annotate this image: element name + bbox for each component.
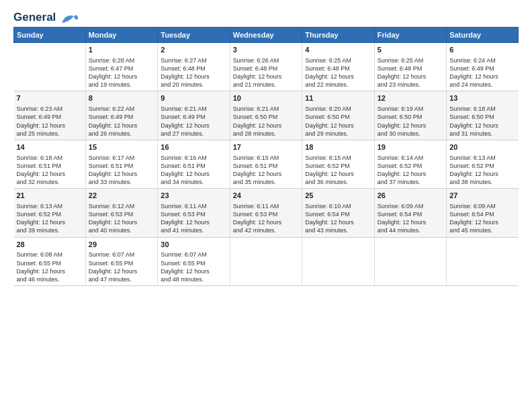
day-number: 22 <box>89 191 154 201</box>
cell-text-line: Sunset: 6:50 PM <box>449 113 515 121</box>
cell-text-line: Sunrise: 6:11 AM <box>161 202 226 210</box>
cell-text-line: Daylight: 12 hours <box>89 267 154 275</box>
cell-text-line: and 19 minutes. <box>89 81 154 89</box>
cell-text-line: Daylight: 12 hours <box>305 122 371 130</box>
day-number: 24 <box>233 191 299 201</box>
day-number: 10 <box>233 93 299 103</box>
header-day-friday: Friday <box>374 28 446 43</box>
calendar-cell: 6Sunrise: 6:24 AMSunset: 6:49 PMDaylight… <box>447 43 519 91</box>
cell-text-line: Sunrise: 6:27 AM <box>161 56 226 64</box>
cell-text-line: Sunset: 6:48 PM <box>233 64 299 73</box>
day-number: 19 <box>378 142 443 152</box>
cell-text-line: Daylight: 12 hours <box>17 218 83 226</box>
cell-text-line: and 44 minutes. <box>378 226 443 234</box>
day-number: 4 <box>305 45 371 55</box>
cell-text-line: Sunset: 6:51 PM <box>17 162 83 170</box>
cell-text-line: Daylight: 12 hours <box>17 170 83 178</box>
day-number: 2 <box>161 45 226 55</box>
cell-text-line: Sunset: 6:51 PM <box>161 162 226 170</box>
logo: General <box>13 11 79 21</box>
cell-text-line: and 47 minutes. <box>89 275 154 283</box>
calendar-cell: 20Sunrise: 6:13 AMSunset: 6:52 PMDayligh… <box>447 140 519 188</box>
day-number: 8 <box>89 93 154 103</box>
cell-text-line: Daylight: 12 hours <box>161 122 226 130</box>
week-row-5: 28Sunrise: 6:08 AMSunset: 6:55 PMDayligh… <box>14 237 519 285</box>
cell-text-line: and 23 minutes. <box>378 81 443 89</box>
calendar-table: SundayMondayTuesdayWednesdayThursdayFrid… <box>13 27 519 286</box>
header: General <box>13 11 519 21</box>
cell-text-line: Sunset: 6:50 PM <box>378 113 443 121</box>
cell-text-line: and 42 minutes. <box>233 226 299 234</box>
cell-text-line: Sunrise: 6:15 AM <box>233 154 299 162</box>
day-number: 27 <box>449 191 515 201</box>
page: General SundayMondayTuesdayWednesdayThur… <box>0 0 532 411</box>
cell-text-line: Sunrise: 6:19 AM <box>378 105 443 113</box>
cell-text-line: Daylight: 12 hours <box>89 170 154 178</box>
calendar-body: 1Sunrise: 6:28 AMSunset: 6:47 PMDaylight… <box>14 43 519 286</box>
cell-text-line: Sunset: 6:52 PM <box>449 162 515 170</box>
cell-text-line: and 36 minutes. <box>305 178 371 186</box>
cell-text-line: Daylight: 12 hours <box>17 267 83 275</box>
day-number: 5 <box>378 45 443 55</box>
cell-text-line: Sunrise: 6:25 AM <box>305 56 371 64</box>
day-number: 9 <box>161 93 226 103</box>
day-number: 6 <box>449 45 515 55</box>
cell-text-line: Daylight: 12 hours <box>378 73 443 81</box>
cell-text-line: and 38 minutes. <box>449 178 515 186</box>
calendar-cell: 23Sunrise: 6:11 AMSunset: 6:53 PMDayligh… <box>158 189 230 237</box>
cell-text-line: Sunrise: 6:21 AM <box>161 105 226 113</box>
cell-text-line: Daylight: 12 hours <box>161 267 226 275</box>
cell-text-line: Sunset: 6:48 PM <box>305 64 371 73</box>
cell-text-line: Sunrise: 6:25 AM <box>378 56 443 64</box>
cell-text-line: and 22 minutes. <box>305 81 371 89</box>
day-number: 23 <box>161 191 226 201</box>
cell-text-line: and 37 minutes. <box>378 178 443 186</box>
cell-text-line: and 24 minutes. <box>449 81 515 89</box>
cell-text-line: Sunset: 6:53 PM <box>89 210 154 218</box>
header-day-saturday: Saturday <box>447 28 519 43</box>
calendar-cell: 12Sunrise: 6:19 AMSunset: 6:50 PMDayligh… <box>374 91 446 140</box>
cell-text-line: Daylight: 12 hours <box>161 218 226 226</box>
cell-text-line: Sunset: 6:53 PM <box>161 210 226 218</box>
cell-text-line: and 40 minutes. <box>89 226 154 234</box>
day-number: 1 <box>89 45 154 55</box>
cell-text-line: Daylight: 12 hours <box>449 218 515 226</box>
calendar-cell: 8Sunrise: 6:22 AMSunset: 6:49 PMDaylight… <box>85 91 157 140</box>
cell-text-line: Sunrise: 6:22 AM <box>89 105 154 113</box>
cell-text-line: Daylight: 12 hours <box>233 73 299 81</box>
calendar-cell: 22Sunrise: 6:12 AMSunset: 6:53 PMDayligh… <box>85 189 157 237</box>
week-row-2: 7Sunrise: 6:23 AMSunset: 6:49 PMDaylight… <box>14 91 519 140</box>
cell-text-line: Sunset: 6:52 PM <box>305 162 371 170</box>
calendar-cell: 21Sunrise: 6:13 AMSunset: 6:52 PMDayligh… <box>14 189 86 237</box>
cell-text-line: Daylight: 12 hours <box>89 218 154 226</box>
cell-text-line: Daylight: 12 hours <box>449 73 515 81</box>
calendar-cell: 3Sunrise: 6:26 AMSunset: 6:48 PMDaylight… <box>230 43 302 91</box>
cell-text-line: Sunset: 6:55 PM <box>161 259 226 267</box>
calendar-cell: 28Sunrise: 6:08 AMSunset: 6:55 PMDayligh… <box>14 237 86 285</box>
cell-text-line: Sunrise: 6:13 AM <box>17 202 83 210</box>
cell-text-line: and 41 minutes. <box>161 226 226 234</box>
day-number: 25 <box>305 191 371 201</box>
calendar-cell: 27Sunrise: 6:09 AMSunset: 6:54 PMDayligh… <box>447 189 519 237</box>
calendar-cell: 14Sunrise: 6:18 AMSunset: 6:51 PMDayligh… <box>14 140 86 188</box>
day-number: 3 <box>233 45 299 55</box>
cell-text-line: Sunset: 6:49 PM <box>449 64 515 73</box>
calendar-cell: 7Sunrise: 6:23 AMSunset: 6:49 PMDaylight… <box>14 91 86 140</box>
cell-text-line: Sunrise: 6:21 AM <box>233 105 299 113</box>
cell-text-line: Daylight: 12 hours <box>161 170 226 178</box>
week-row-1: 1Sunrise: 6:28 AMSunset: 6:47 PMDaylight… <box>14 43 519 91</box>
cell-text-line: and 30 minutes. <box>378 130 443 138</box>
cell-text-line: and 39 minutes. <box>17 226 83 234</box>
header-day-sunday: Sunday <box>14 28 86 43</box>
cell-text-line: Sunset: 6:55 PM <box>89 259 154 267</box>
cell-text-line: Sunset: 6:53 PM <box>233 210 299 218</box>
day-number: 28 <box>17 240 83 250</box>
cell-text-line: Sunrise: 6:20 AM <box>305 105 371 113</box>
cell-text-line: Daylight: 12 hours <box>378 218 443 226</box>
cell-text-line: and 46 minutes. <box>17 275 83 283</box>
cell-text-line: Daylight: 12 hours <box>233 122 299 130</box>
cell-text-line: Daylight: 12 hours <box>233 170 299 178</box>
cell-text-line: Sunset: 6:49 PM <box>161 113 226 121</box>
cell-text-line: Sunrise: 6:09 AM <box>449 202 515 210</box>
cell-text-line: and 26 minutes. <box>89 130 154 138</box>
